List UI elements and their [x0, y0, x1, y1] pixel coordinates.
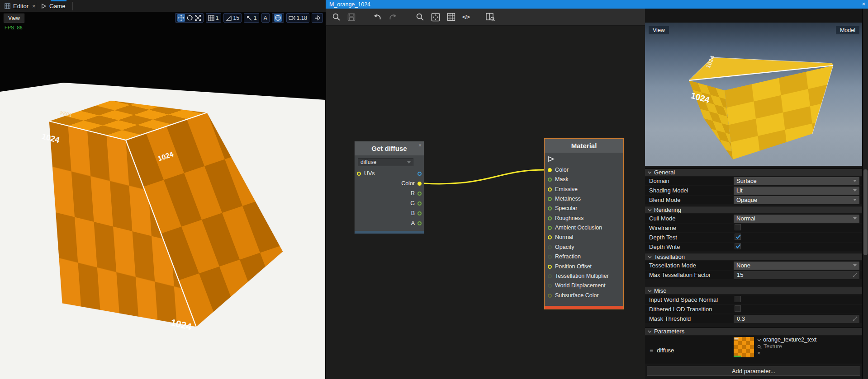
- port-out-g[interactable]: G: [410, 200, 422, 207]
- port-metalness[interactable]: Metalness: [548, 195, 581, 202]
- drag-handle-icon[interactable]: ≡: [650, 346, 653, 354]
- undo-icon[interactable]: [373, 13, 382, 21]
- rotate-tool-button[interactable]: [186, 14, 193, 21]
- add-parameter-button[interactable]: Add parameter...: [647, 366, 860, 376]
- preview-view-button[interactable]: View: [649, 26, 669, 34]
- preview-model-button[interactable]: Model: [836, 26, 859, 34]
- port-normal-socket[interactable]: [548, 235, 552, 239]
- shading-model-dropdown[interactable]: Lit: [734, 187, 859, 195]
- port-normal[interactable]: Normal: [548, 234, 573, 241]
- port-specular[interactable]: Specular: [548, 205, 577, 212]
- section-header-misc[interactable]: Misc: [645, 287, 862, 294]
- port-refraction-socket[interactable]: [548, 255, 552, 259]
- port-opacity[interactable]: Opacity: [548, 243, 574, 251]
- port-subsurface-color-socket[interactable]: [548, 294, 552, 298]
- tab-close-icon[interactable]: ×: [32, 3, 36, 9]
- port-out-r-socket[interactable]: [417, 192, 422, 196]
- section-header-rendering[interactable]: Rendering: [645, 206, 862, 213]
- port-refraction[interactable]: Refraction: [548, 253, 581, 260]
- port-emissive-socket[interactable]: [548, 187, 552, 192]
- texture-thumbnail[interactable]: [734, 337, 754, 357]
- blend-mode-dropdown[interactable]: Opaque: [734, 196, 859, 204]
- port-world-displacement-socket[interactable]: [548, 284, 552, 288]
- port-roughness-socket[interactable]: [548, 216, 552, 220]
- port-mask-socket[interactable]: [548, 178, 552, 182]
- section-header-parameters[interactable]: Parameters: [645, 328, 862, 335]
- grid-snap-group[interactable]: 1: [206, 13, 221, 23]
- material-editor-titlebar[interactable]: M_orange_1024 ×: [326, 0, 868, 9]
- port-out-uv-socket[interactable]: [417, 172, 422, 176]
- port-uvs-socket[interactable]: [357, 172, 361, 176]
- scene-viewport[interactable]: View FPS: 86 1: [0, 12, 326, 379]
- texture-select-dropdown[interactable]: diffuse: [358, 158, 413, 166]
- node-close-icon[interactable]: ×: [418, 142, 422, 149]
- section-header-tessellation[interactable]: Tessellation: [645, 253, 862, 260]
- port-out-a[interactable]: A: [411, 220, 422, 227]
- world-space-button[interactable]: [274, 14, 282, 22]
- node-material[interactable]: Material Color Mask Emissive Metalness S…: [544, 138, 624, 309]
- cull-mode-dropdown[interactable]: Normal: [734, 215, 859, 223]
- port-out-a-socket[interactable]: [417, 221, 422, 225]
- port-metalness-socket[interactable]: [548, 197, 552, 201]
- fit-view-icon[interactable]: [431, 13, 440, 22]
- port-out-b-socket[interactable]: [417, 211, 422, 215]
- port-emissive[interactable]: Emissive: [548, 186, 578, 193]
- move-tool-button[interactable]: [177, 14, 185, 22]
- port-specular-socket[interactable]: [548, 206, 552, 211]
- port-color[interactable]: Color: [548, 166, 569, 173]
- section-header-general[interactable]: General: [645, 168, 862, 176]
- port-roughness[interactable]: Roughness: [548, 215, 583, 222]
- search-icon[interactable]: [332, 13, 341, 21]
- port-out-color[interactable]: Color: [401, 180, 422, 187]
- save-icon[interactable]: [347, 13, 356, 21]
- window-close-icon[interactable]: ×: [862, 0, 865, 7]
- angle-snap-group[interactable]: 15: [223, 13, 242, 23]
- material-preview-viewport[interactable]: View Model: [645, 23, 862, 166]
- tab-game[interactable]: Game: [37, 0, 69, 12]
- port-out-g-socket[interactable]: [417, 201, 422, 206]
- port-tessellation-multiplier-socket[interactable]: [548, 274, 552, 278]
- parameter-name[interactable]: ≡ diffuse: [650, 346, 674, 354]
- scale-snap-group[interactable]: 1: [244, 13, 259, 23]
- dithered-lod-transition-checkbox[interactable]: [735, 305, 741, 312]
- port-mask[interactable]: Mask: [548, 176, 569, 183]
- tab-editor[interactable]: Editor ×: [1, 0, 39, 12]
- view-menu-button[interactable]: View: [4, 14, 24, 23]
- node-get-diffuse-header[interactable]: Get diffuse ×: [355, 141, 424, 155]
- port-ambient-occlusion[interactable]: Ambient Occlusion: [548, 224, 602, 231]
- max-tessellation-factor-field[interactable]: 15: [734, 271, 859, 279]
- scrollbar-thumb[interactable]: [863, 169, 868, 255]
- node-material-header[interactable]: Material: [545, 139, 623, 153]
- port-position-offset[interactable]: Position Offset: [548, 263, 592, 270]
- exec-port-icon[interactable]: [548, 156, 555, 162]
- port-out-uv[interactable]: [417, 170, 422, 177]
- depth-test-checkbox[interactable]: [735, 234, 741, 240]
- texture-clear-button[interactable]: ×: [757, 350, 816, 357]
- camera-speed-group[interactable]: 1.18: [286, 13, 309, 23]
- grid-icon[interactable]: [447, 13, 455, 21]
- scale-tool-button[interactable]: [194, 14, 201, 21]
- wireframe-checkbox[interactable]: [735, 224, 741, 230]
- anchor-mode-button[interactable]: A: [261, 13, 270, 23]
- code-view-icon[interactable]: </>: [462, 14, 470, 20]
- advance-button[interactable]: [312, 13, 323, 23]
- input-world-space-normal-checkbox[interactable]: [735, 296, 741, 302]
- texture-type-search[interactable]: Texture: [757, 343, 816, 350]
- depth-write-checkbox[interactable]: [735, 243, 741, 249]
- domain-dropdown[interactable]: Surface: [734, 177, 859, 185]
- library-icon[interactable]: [485, 12, 496, 22]
- tessellation-mode-dropdown[interactable]: None: [734, 262, 859, 270]
- port-color-socket[interactable]: [548, 168, 552, 172]
- port-out-color-socket[interactable]: [417, 182, 422, 186]
- texture-name-dropdown[interactable]: orange_texture2_text: [757, 337, 816, 343]
- port-uvs[interactable]: UVs: [357, 170, 375, 177]
- port-out-r[interactable]: R: [411, 190, 422, 197]
- port-position-offset-socket[interactable]: [548, 265, 552, 269]
- port-world-displacement[interactable]: World Displacement: [548, 282, 606, 289]
- node-get-diffuse[interactable]: Get diffuse × diffuse UVs Color R G B A: [354, 141, 424, 234]
- port-opacity-socket[interactable]: [548, 245, 552, 249]
- redo-icon[interactable]: [389, 13, 398, 21]
- port-out-b[interactable]: B: [411, 210, 422, 217]
- port-tessellation-multiplier[interactable]: Tessellation Multiplier: [548, 272, 622, 280]
- zoom-icon[interactable]: [416, 13, 424, 21]
